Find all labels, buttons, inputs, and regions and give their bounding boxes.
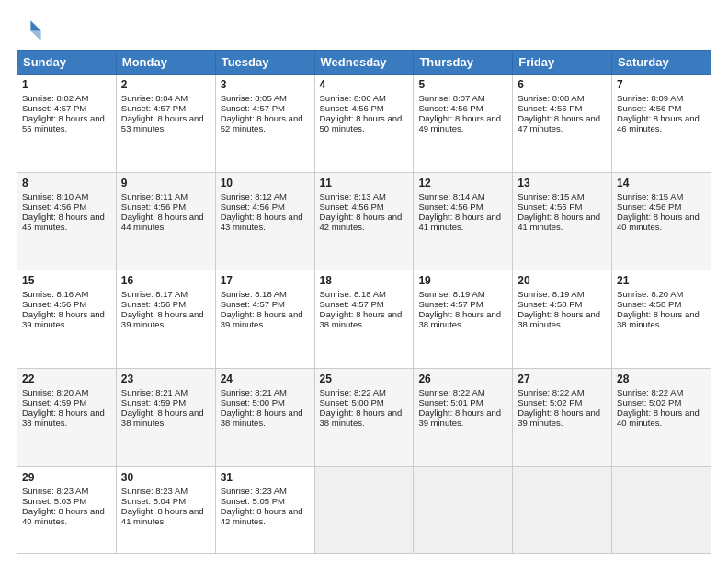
header-row: Sunday Monday Tuesday Wednesday Thursday… [17,51,711,75]
table-row: 15Sunrise: 8:16 AMSunset: 4:56 PMDayligh… [17,270,117,369]
table-row: 6Sunrise: 8:08 AMSunset: 4:56 PMDaylight… [513,75,612,173]
table-row: 8Sunrise: 8:10 AMSunset: 4:56 PMDaylight… [17,172,117,270]
col-wednesday: Wednesday [314,51,414,75]
table-row [314,466,414,553]
sunrise-label: Sunrise: 8:04 AMSunset: 4:57 PMDaylight:… [121,93,204,133]
sunrise-label: Sunrise: 8:22 AMSunset: 5:02 PMDaylight:… [518,387,600,428]
sunrise-label: Sunrise: 8:21 AMSunset: 4:59 PMDaylight:… [121,387,204,428]
day-number: 20 [518,274,607,287]
svg-marker-0 [30,20,40,30]
sunrise-label: Sunrise: 8:13 AMSunset: 4:56 PMDaylight:… [320,191,403,232]
table-row: 19Sunrise: 8:19 AMSunset: 4:57 PMDayligh… [414,270,513,369]
day-number: 2 [121,78,210,91]
svg-marker-1 [30,30,40,40]
table-row: 7Sunrise: 8:09 AMSunset: 4:56 PMDaylight… [612,75,711,173]
table-row: 21Sunrise: 8:20 AMSunset: 4:58 PMDayligh… [612,270,711,369]
table-row: 17Sunrise: 8:18 AMSunset: 4:57 PMDayligh… [215,270,314,369]
sunrise-label: Sunrise: 8:08 AMSunset: 4:56 PMDaylight:… [518,93,600,133]
table-row: 26Sunrise: 8:22 AMSunset: 5:01 PMDayligh… [414,368,513,466]
day-number: 25 [320,373,409,385]
day-number: 14 [617,177,706,190]
day-number: 13 [518,177,607,190]
sunrise-label: Sunrise: 8:02 AMSunset: 4:57 PMDaylight:… [22,93,105,133]
sunrise-label: Sunrise: 8:09 AMSunset: 4:56 PMDaylight:… [617,93,700,133]
day-number: 22 [22,373,111,385]
table-row: 12Sunrise: 8:14 AMSunset: 4:56 PMDayligh… [414,172,513,270]
day-number: 3 [221,78,310,91]
table-row: 5Sunrise: 8:07 AMSunset: 4:56 PMDaylight… [414,75,513,173]
sunrise-label: Sunrise: 8:17 AMSunset: 4:56 PMDaylight:… [121,289,204,329]
col-saturday: Saturday [612,51,711,75]
sunrise-label: Sunrise: 8:22 AMSunset: 5:00 PMDaylight:… [320,387,403,428]
sunrise-label: Sunrise: 8:15 AMSunset: 4:56 PMDaylight:… [518,191,600,232]
day-number: 26 [418,373,507,385]
sunrise-label: Sunrise: 8:18 AMSunset: 4:57 PMDaylight:… [320,289,403,329]
table-row: 11Sunrise: 8:13 AMSunset: 4:56 PMDayligh… [314,172,414,270]
sunrise-label: Sunrise: 8:22 AMSunset: 5:01 PMDaylight:… [418,387,501,428]
sunrise-label: Sunrise: 8:20 AMSunset: 4:59 PMDaylight:… [22,387,105,428]
sunrise-label: Sunrise: 8:22 AMSunset: 5:02 PMDaylight:… [617,387,700,428]
day-number: 1 [22,78,111,91]
sunrise-label: Sunrise: 8:06 AMSunset: 4:56 PMDaylight:… [320,93,403,133]
table-row: 4Sunrise: 8:06 AMSunset: 4:56 PMDaylight… [314,75,414,173]
table-row: 27Sunrise: 8:22 AMSunset: 5:02 PMDayligh… [513,368,612,466]
day-number: 6 [518,78,607,91]
table-row [612,466,711,553]
page: Sunday Monday Tuesday Wednesday Thursday… [0,0,728,563]
table-row [414,466,513,553]
day-number: 7 [617,78,706,91]
table-row: 24Sunrise: 8:21 AMSunset: 5:00 PMDayligh… [215,368,314,466]
table-row: 28Sunrise: 8:22 AMSunset: 5:02 PMDayligh… [612,368,711,466]
day-number: 28 [617,373,706,385]
col-sunday: Sunday [17,51,117,75]
table-row: 1Sunrise: 8:02 AMSunset: 4:57 PMDaylight… [17,75,117,173]
calendar-table: Sunday Monday Tuesday Wednesday Thursday… [17,50,711,554]
day-number: 21 [617,274,706,287]
day-number: 24 [221,373,310,385]
sunrise-label: Sunrise: 8:11 AMSunset: 4:56 PMDaylight:… [121,191,204,232]
table-row: 25Sunrise: 8:22 AMSunset: 5:00 PMDayligh… [314,368,414,466]
sunrise-label: Sunrise: 8:21 AMSunset: 5:00 PMDaylight:… [221,387,303,428]
sunrise-label: Sunrise: 8:19 AMSunset: 4:57 PMDaylight:… [418,289,501,329]
table-row: 13Sunrise: 8:15 AMSunset: 4:56 PMDayligh… [513,172,612,270]
day-number: 31 [221,471,310,484]
day-number: 4 [320,78,409,91]
sunrise-label: Sunrise: 8:23 AMSunset: 5:05 PMDaylight:… [221,486,303,526]
sunrise-label: Sunrise: 8:18 AMSunset: 4:57 PMDaylight:… [221,289,303,329]
col-thursday: Thursday [414,51,513,75]
day-number: 18 [320,274,409,287]
table-row: 31Sunrise: 8:23 AMSunset: 5:05 PMDayligh… [215,466,314,553]
table-row: 2Sunrise: 8:04 AMSunset: 4:57 PMDaylight… [116,75,215,173]
table-row: 30Sunrise: 8:23 AMSunset: 5:04 PMDayligh… [116,466,215,553]
table-row: 29Sunrise: 8:23 AMSunset: 5:03 PMDayligh… [17,466,117,553]
table-row: 10Sunrise: 8:12 AMSunset: 4:56 PMDayligh… [215,172,314,270]
sunrise-label: Sunrise: 8:10 AMSunset: 4:56 PMDaylight:… [22,191,105,232]
table-row: 18Sunrise: 8:18 AMSunset: 4:57 PMDayligh… [314,270,414,369]
day-number: 10 [221,177,310,190]
header [17,17,711,42]
day-number: 29 [22,471,111,484]
day-number: 11 [320,177,409,190]
day-number: 19 [418,274,507,287]
sunrise-label: Sunrise: 8:16 AMSunset: 4:56 PMDaylight:… [22,289,105,329]
day-number: 17 [221,274,310,287]
sunrise-label: Sunrise: 8:23 AMSunset: 5:03 PMDaylight:… [22,486,105,526]
sunrise-label: Sunrise: 8:23 AMSunset: 5:04 PMDaylight:… [121,486,204,526]
table-row: 20Sunrise: 8:19 AMSunset: 4:58 PMDayligh… [513,270,612,369]
table-row: 9Sunrise: 8:11 AMSunset: 4:56 PMDaylight… [116,172,215,270]
table-row: 14Sunrise: 8:15 AMSunset: 4:56 PMDayligh… [612,172,711,270]
day-number: 16 [121,274,210,287]
sunrise-label: Sunrise: 8:12 AMSunset: 4:56 PMDaylight:… [221,191,303,232]
day-number: 12 [418,177,507,190]
sunrise-label: Sunrise: 8:15 AMSunset: 4:56 PMDaylight:… [617,191,700,232]
day-number: 23 [121,373,210,385]
day-number: 30 [121,471,210,484]
col-tuesday: Tuesday [215,51,314,75]
sunrise-label: Sunrise: 8:14 AMSunset: 4:56 PMDaylight:… [418,191,501,232]
sunrise-label: Sunrise: 8:05 AMSunset: 4:57 PMDaylight:… [221,93,303,133]
day-number: 9 [121,177,210,190]
table-row: 16Sunrise: 8:17 AMSunset: 4:56 PMDayligh… [116,270,215,369]
logo [17,17,46,42]
day-number: 8 [22,177,111,190]
table-row: 23Sunrise: 8:21 AMSunset: 4:59 PMDayligh… [116,368,215,466]
